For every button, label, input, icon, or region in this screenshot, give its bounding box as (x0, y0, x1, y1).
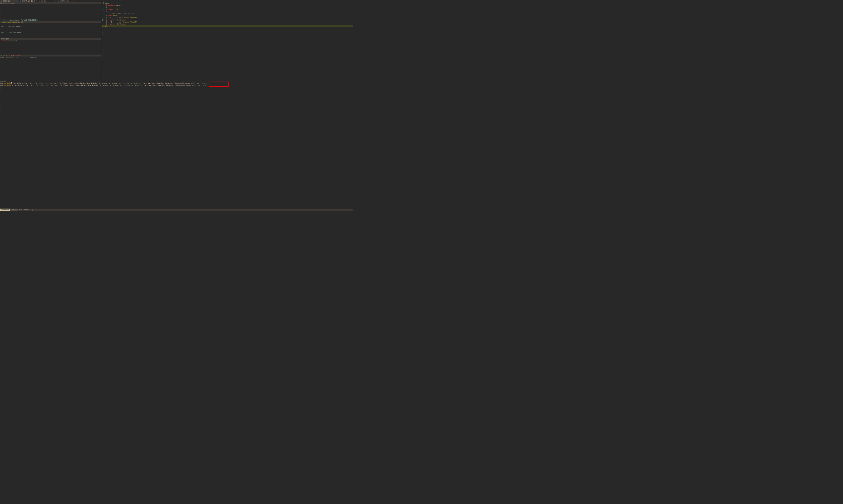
line-number (104, 13, 108, 15)
code-line[interactable]: ⌃ Not Committed Yet + 1 (102, 13, 353, 15)
gutter-sign: B (102, 19, 104, 21)
breakpoints-panel: main.go: 7 defer f1.Close() (0, 38, 102, 42)
expressions-panel-body: ~~~ ~~~ ~ (0, 4, 102, 19)
line-number: 4 (104, 11, 108, 13)
clock: 21:51:04 (0, 209, 10, 211)
source-text: package main (108, 4, 120, 6)
source-text: f2, _ := os.Create("test2") (108, 21, 138, 23)
locals-row[interactable]: ▸ f2 *os.File = *os.File {file: *os.file… (0, 84, 353, 86)
threads-panel: * [Go 1] main.main (Thread 20313814): ▸ … (0, 19, 102, 38)
source-text: ⌃ Not Committed Yet + 1 (108, 13, 133, 15)
gutter-sign (102, 13, 104, 15)
thread-item[interactable]: * [Go 1] main.main (Thread 20313814): (0, 19, 101, 21)
line-number: 1 (104, 4, 108, 6)
tab-bar: main.go × print.go ⬤ 1 × io.go × writer.… (0, 0, 353, 2)
line-number: 2 (104, 6, 108, 8)
line-number: 6 (104, 17, 108, 19)
expressions-panel-title: No Expressions (0, 2, 102, 4)
stop-icon[interactable]: □ (16, 55, 17, 56)
status-mode: DAP Scopes [-] (18, 209, 34, 211)
tab-label: io.go (41, 0, 46, 2)
debug-sidebar: No Expressions ~~~ ~~~ ~ * [Go 1] main.m… (0, 2, 102, 80)
gutter-sign (102, 6, 104, 8)
file-dot-icon (20, 0, 21, 1)
gutter-sign: ~ (102, 4, 104, 6)
branch-name: main (13, 209, 17, 211)
thread-item[interactable]: [Go 17] runtime.gopark: (0, 32, 101, 34)
source-text: } (108, 25, 109, 27)
gutter-sign: + (102, 21, 104, 23)
code-line[interactable]: +8 f2, _ := os.Create("test2") (102, 21, 353, 23)
line-number: 7 (104, 19, 108, 21)
gutter-sign: ~ (102, 17, 104, 19)
line-number: 8 (104, 21, 108, 23)
branch-icon: ᚶ (11, 209, 12, 211)
thread-item[interactable]: [Go 2] runtime.gopark: (0, 25, 101, 27)
file-dot-icon (58, 0, 59, 1)
disconnect-icon[interactable]: ⏻ (18, 55, 20, 56)
source-text: defer f2.Close() (108, 23, 127, 25)
gutter-sign: → (102, 25, 104, 27)
file-dot-icon (39, 0, 40, 1)
tab-io-go[interactable]: io.go × (38, 0, 57, 2)
gutter-sign: + (102, 23, 104, 25)
restart-icon[interactable]: ↻ (13, 55, 14, 56)
repl-indicator-icon: • (100, 59, 102, 61)
step-over-icon[interactable]: ↷ (6, 55, 7, 56)
breakpoint-line[interactable]: 7 defer f1.Close() (0, 40, 101, 42)
gutter-sign (102, 15, 104, 17)
debug-toolbar: ▷ ↧ ↷ ↥ ↩ ↻ □ ⏻ (0, 55, 102, 57)
tab-print-go[interactable]: print.go ⬤ 1 × (19, 0, 38, 2)
winbar-label: main (105, 2, 109, 4)
tab-label: writer.go (60, 0, 69, 2)
line-number: 9 (104, 23, 108, 25)
file-dot-icon (1, 0, 2, 1)
debug-repl[interactable]: Type 'dlv help' for list of commands. • (0, 56, 102, 61)
code-line[interactable]: →10} (102, 25, 353, 27)
git-branch: ᚶ main (10, 209, 18, 211)
code-line[interactable]: ~3import "os" (102, 8, 353, 10)
locals-row[interactable]: ▸ f1 *os.File = *os.File {file: *os.file… (0, 82, 353, 84)
locals-title: Locals: (0, 80, 353, 82)
step-back-icon[interactable]: ↩ (11, 55, 12, 56)
line-number: 3 (104, 8, 108, 10)
stack-frame[interactable]: ▸ main.main main.go:10 (0, 21, 101, 23)
source-text: func main() { (108, 15, 121, 17)
locals-panel: Locals: ▸ f1 *os.File = *os.File {file: … (0, 80, 353, 86)
gutter-sign (102, 11, 104, 13)
source-text: import "os" (108, 8, 119, 10)
close-icon[interactable]: × (55, 0, 56, 2)
code-line[interactable]: 5func main() { (102, 15, 353, 17)
step-out-icon[interactable]: ↥ (8, 55, 10, 56)
continue-icon[interactable]: ▷ (1, 55, 2, 56)
annotation-highlight-box (209, 82, 229, 87)
tab-writer-go[interactable]: writer.go × (57, 0, 76, 2)
source-text: f1, _ := os.Create("test1") (108, 17, 138, 19)
status-line: 21:51:04 ᚶ main DAP Scopes [-] (0, 209, 353, 211)
source-text: defer f1.Close() (108, 19, 127, 21)
repl-help-text: Type 'dlv help' for list of commands. (0, 56, 102, 58)
winbar: main (102, 2, 353, 4)
code-line[interactable]: 4 (102, 11, 353, 13)
line-number: 10 (104, 25, 108, 27)
package-icon (103, 2, 104, 4)
breakpoint-file[interactable]: main.go: (0, 38, 101, 40)
repl-input[interactable]: • (0, 59, 102, 61)
tab-label: main.go (3, 0, 10, 2)
close-icon[interactable]: × (36, 0, 37, 2)
line-number: 5 (104, 15, 108, 17)
code-line[interactable]: ~1package main (102, 4, 353, 6)
tab-main-go[interactable]: main.go × (0, 0, 19, 2)
code-line[interactable]: B7 defer f1.Close() (102, 19, 353, 21)
code-area[interactable]: ~1package main2~3import "os"4 ⌃ Not Comm… (102, 4, 353, 28)
close-icon[interactable]: × (74, 0, 75, 2)
code-line[interactable]: 2 (102, 6, 353, 8)
gutter-sign: ~ (102, 8, 104, 10)
tab-modified: ⬤ 1 (31, 0, 35, 2)
code-line[interactable]: +9 defer f2.Close() (102, 23, 353, 25)
close-icon[interactable]: × (17, 0, 18, 2)
code-editor[interactable]: main ~1package main2~3import "os"4 ⌃ Not… (102, 2, 353, 80)
code-line[interactable]: ~6 f1, _ := os.Create("test1") (102, 17, 353, 19)
tab-label: print.go (22, 0, 30, 2)
step-into-icon[interactable]: ↧ (4, 55, 5, 56)
